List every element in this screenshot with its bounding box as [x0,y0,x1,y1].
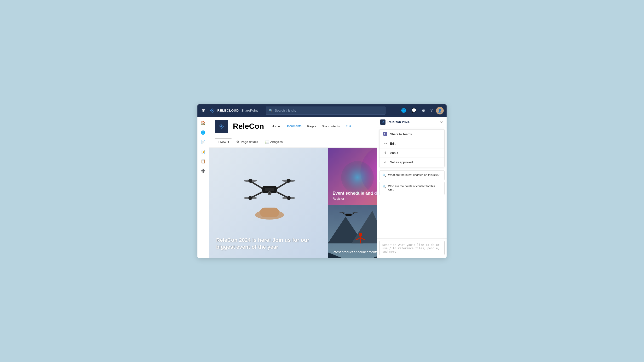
panel-close-button[interactable]: ✕ [439,119,444,125]
new-button[interactable]: + New ▾ [215,138,232,145]
svg-point-19 [287,196,290,200]
dropdown-set-approved[interactable]: ✓ Set as approved [380,158,444,167]
sidebar-item-home[interactable]: 🏠 [199,119,208,127]
teams-icon: T [383,132,388,136]
hero-main-title: ReleCon 2024 is here! Join us for our bi… [216,237,328,250]
info-icon: ℹ [383,151,388,155]
hero-main-tile: ReleCon 2024 is here! Join us for our bi… [209,148,328,258]
nav-link-home[interactable]: Home [271,123,280,129]
drone-svg [231,162,308,224]
svg-point-16 [248,179,252,183]
site-title: ReleCon [233,122,264,131]
svg-point-1 [212,110,213,111]
set-approved-label: Set as approved [390,160,413,164]
share-teams-label: Share to Teams [390,132,412,136]
svg-point-21 [268,192,270,194]
nav-right-icons: 🌐 💬 ⚙ ? 👤 [399,106,444,114]
site-logo [215,120,228,133]
dropdown-share-teams[interactable]: T Share to Teams [380,129,444,139]
globe-icon[interactable]: 🌐 [399,106,408,114]
edit-icon: ✏ [383,141,388,146]
search-suggestion-icon-2: 🔍 [382,185,386,189]
panel-header-actions: ··· ✕ [433,119,444,125]
search-suggestion-icon-1: 🔍 [382,173,386,178]
sidebar-item-notes[interactable]: 📝 [199,147,208,156]
svg-point-3 [220,125,222,127]
svg-point-17 [287,179,290,183]
hero-main-content: ReleCon 2024 is here! Join us for our bi… [216,237,328,250]
drone-image [216,152,323,234]
suggestion-item-1[interactable]: 🔍 What are the latest updates on this si… [379,170,445,180]
sidebar-item-globe[interactable]: 🌐 [199,128,208,137]
analytics-icon: 📊 [265,140,269,144]
panel-suggestions: 🔍 What are the latest updates on this si… [377,169,446,238]
panel-input-area [377,238,446,258]
svg-rect-7 [265,188,274,191]
new-button-label: + New [217,140,226,144]
content-area: ReleCon Home Documents Pages Site conten… [209,117,446,258]
nav-link-site-contents[interactable]: Site contents [321,123,340,129]
svg-point-38 [339,211,344,213]
chevron-down-icon: ▾ [228,140,229,144]
svg-point-18 [248,196,252,200]
main-layout: 🏠 🌐 📄 📝 📋 ➕ ReleCon Home [198,117,446,258]
sharepoint-label: SharePoint [241,109,258,112]
waffle-icon[interactable]: ⊞ [200,106,207,115]
sidebar-item-add[interactable]: ➕ [199,167,208,175]
panel-header: ReleCon 2024 ··· ✕ [377,117,446,128]
brand-area: RELECLOUD SharePoint [209,107,258,114]
feedback-icon[interactable]: 💬 [410,106,418,114]
suggestion-item-2[interactable]: 🔍 Who are the points of contact for this… [379,182,445,195]
sidebar-item-pages[interactable]: 📄 [199,138,208,146]
brand-logo-icon [209,107,216,114]
svg-rect-5 [260,208,279,217]
suggestion-text-1: What are the latest updates on this site… [388,173,440,177]
dropdown-edit[interactable]: ✏ Edit [380,139,444,148]
page-details-label: Page details [241,140,258,144]
analytics-label: Analytics [270,140,283,144]
svg-line-9 [277,181,289,188]
panel-more-button[interactable]: ··· [433,119,438,125]
nav-link-edit[interactable]: Edit [345,123,351,129]
search-bar[interactable]: 🔍 [266,106,386,115]
settings-icon[interactable]: ⚙ [420,106,427,114]
panel-chat-input[interactable] [379,241,445,255]
svg-point-25 [341,161,374,193]
search-icon: 🔍 [269,109,273,112]
panel-logo [380,119,386,125]
nav-link-documents[interactable]: Documents [285,123,302,129]
svg-point-40 [382,122,383,123]
edit-label: Edit [390,142,395,145]
svg-line-8 [250,181,262,188]
check-circle-icon: ✓ [383,160,388,164]
left-sidebar: 🏠 🌐 📄 📝 📋 ➕ [198,117,209,258]
svg-point-31 [359,233,362,236]
brand-name: RELECLOUD [217,109,239,112]
page-details-button[interactable]: ⚙ Page details [234,138,260,145]
analytics-button[interactable]: 📊 Analytics [262,138,285,145]
panel-title: ReleCon 2024 [388,120,431,124]
svg-text:T: T [384,133,385,135]
user-avatar[interactable]: 👤 [436,107,444,114]
sidebar-item-list[interactable]: 📋 [199,157,208,166]
nav-link-pages[interactable]: Pages [307,123,316,129]
svg-rect-35 [346,214,352,216]
suggestion-text-2: Who are the points of contact for this s… [388,184,442,192]
dropdown-about[interactable]: ℹ About [380,148,444,158]
right-panel: ReleCon 2024 ··· ✕ T [377,117,446,258]
hero-product-content: Latest product announcements [332,250,378,254]
panel-dropdown: T Share to Teams ✏ Edit ℹ About ✓ [379,129,445,167]
help-icon[interactable]: ? [428,107,434,114]
page-details-icon: ⚙ [236,140,239,144]
search-input[interactable] [275,109,382,112]
svg-point-39 [352,211,358,213]
top-nav: ⊞ RELECLOUD SharePoint 🔍 🌐 💬 ⚙ ? 👤 [198,104,446,117]
about-label: About [390,151,398,155]
